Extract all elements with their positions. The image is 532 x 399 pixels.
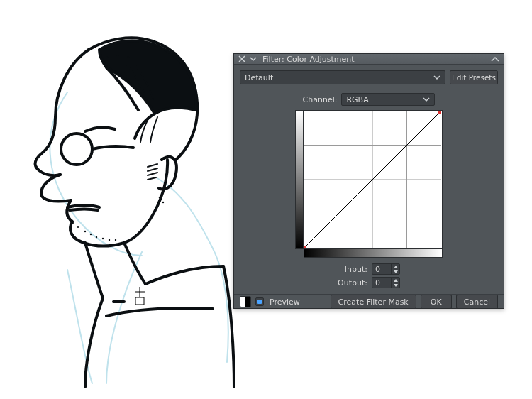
input-value[interactable]: 0 <box>372 264 391 274</box>
color-adjustment-dialog: Filter: Color Adjustment Default Edit Pr… <box>233 53 504 309</box>
cancel-label: Cancel <box>464 297 490 307</box>
output-spinbox[interactable]: 0 <box>372 277 400 288</box>
curve-graph[interactable] <box>304 110 443 249</box>
dialog-content: Default Edit Presets Channel: RGBA <box>234 65 504 294</box>
output-gradient <box>295 110 304 249</box>
chevron-down-icon <box>423 96 430 103</box>
window-title: Filter: Color Adjustment <box>262 55 489 64</box>
svg-point-8 <box>72 222 74 224</box>
chevron-down-icon <box>433 74 440 81</box>
svg-rect-13 <box>135 297 144 305</box>
before-after-icon[interactable] <box>240 296 251 307</box>
channel-label: Channel: <box>303 95 338 104</box>
svg-point-10 <box>162 202 164 203</box>
cancel-button[interactable]: Cancel <box>456 295 498 309</box>
svg-point-7 <box>77 226 79 228</box>
ok-label: OK <box>431 297 442 307</box>
output-step-down[interactable] <box>392 283 399 288</box>
output-value[interactable]: 0 <box>372 278 391 288</box>
channel-selected-label: RGBA <box>346 95 368 104</box>
svg-point-3 <box>96 236 97 238</box>
input-step-up[interactable] <box>392 264 399 269</box>
detach-icon[interactable] <box>489 54 501 64</box>
input-gradient <box>304 249 443 258</box>
channel-select[interactable]: RGBA <box>341 93 435 106</box>
svg-point-9 <box>159 197 161 199</box>
edit-presets-button[interactable]: Edit Presets <box>450 70 498 84</box>
svg-point-5 <box>109 239 110 241</box>
curve-point-low[interactable] <box>304 246 306 248</box>
create-filter-mask-button[interactable]: Create Filter Mask <box>331 295 416 309</box>
titlebar[interactable]: Filter: Color Adjustment <box>234 54 504 65</box>
svg-point-6 <box>115 239 116 241</box>
preview-checkbox[interactable] <box>255 297 264 306</box>
output-step-up[interactable] <box>392 278 399 283</box>
dialog-bottombar: Preview Create Filter Mask OK Cancel <box>234 294 504 309</box>
curve-point-high[interactable] <box>438 111 441 114</box>
input-step-down[interactable] <box>392 269 399 274</box>
edit-presets-label: Edit Presets <box>452 73 496 82</box>
input-spinbox[interactable]: 0 <box>372 263 400 275</box>
svg-point-2 <box>90 234 92 235</box>
input-label: Input: <box>338 265 367 274</box>
svg-point-1 <box>84 231 86 232</box>
preset-select[interactable]: Default <box>240 70 445 84</box>
curve-panel: Channel: RGBA <box>240 93 498 288</box>
shade-icon[interactable] <box>248 54 258 64</box>
svg-point-4 <box>102 238 104 239</box>
preset-selected-label: Default <box>245 73 273 82</box>
create-filter-mask-label: Create Filter Mask <box>338 297 409 307</box>
preview-label: Preview <box>270 297 300 307</box>
ok-button[interactable]: OK <box>421 295 452 309</box>
output-label: Output: <box>338 278 367 288</box>
svg-point-0 <box>61 133 92 165</box>
close-icon[interactable] <box>237 54 247 64</box>
